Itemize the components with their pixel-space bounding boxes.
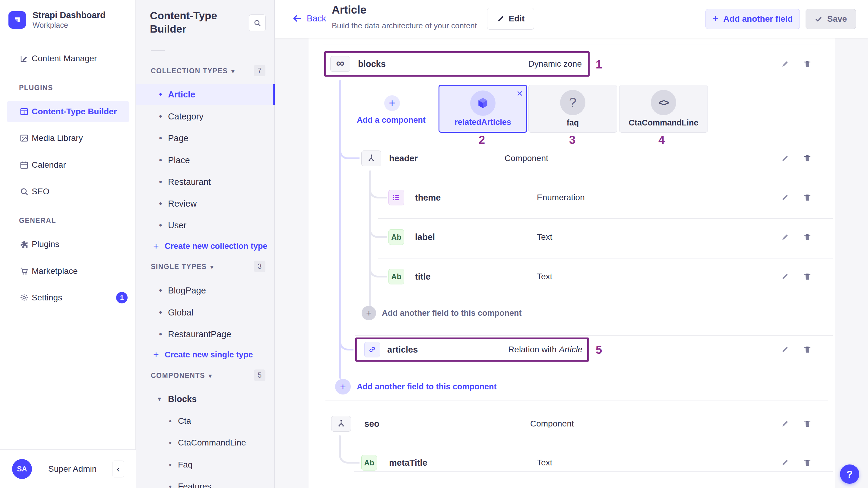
- subnav-item-article[interactable]: • Article: [136, 84, 275, 105]
- delete-field-button[interactable]: [802, 458, 812, 468]
- create-single-type-link[interactable]: + Create new single type: [136, 346, 275, 363]
- component-chip-ctacommandline[interactable]: <> CtaCommandLine: [619, 85, 708, 133]
- delete-field-button[interactable]: [802, 344, 812, 355]
- delete-field-button[interactable]: [802, 59, 812, 69]
- close-icon[interactable]: ×: [517, 88, 523, 99]
- field-row-title[interactable]: Ab title Text: [309, 266, 835, 287]
- field-name: blocks: [358, 59, 386, 69]
- edit-field-button[interactable]: [780, 419, 790, 429]
- edit-field-button[interactable]: [780, 271, 790, 282]
- field-name: label: [415, 232, 435, 242]
- subnav-item-faq[interactable]: • Faq: [136, 455, 275, 475]
- field-type: Component: [530, 419, 574, 429]
- divider: [378, 218, 833, 219]
- field-name: theme: [415, 193, 441, 203]
- create-collection-type-link[interactable]: + Create new collection type: [136, 238, 275, 254]
- subnav-item-restaurantpage[interactable]: • RestaurantPage: [136, 324, 275, 344]
- back-label: Back: [307, 13, 326, 24]
- row-actions: [780, 271, 812, 282]
- divider: [354, 471, 833, 472]
- subnav-item-blogpage[interactable]: • BlogPage: [136, 280, 275, 301]
- edit-field-button[interactable]: [780, 192, 790, 203]
- sidebar-item-label: Content Manager: [32, 54, 97, 63]
- single-types-header[interactable]: SINGLE TYPES ▾: [151, 263, 214, 271]
- edit-field-button[interactable]: [780, 344, 790, 355]
- subnav-item-user[interactable]: • User: [136, 215, 275, 236]
- annotation-1: 1: [596, 58, 602, 71]
- sidebar-item-calendar[interactable]: Calendar: [0, 155, 136, 175]
- sidebar-item-seo[interactable]: SEO: [0, 181, 136, 202]
- delete-field-button[interactable]: [802, 232, 812, 242]
- plus-icon: +: [153, 349, 159, 360]
- create-link-label: Create new single type: [165, 350, 253, 360]
- field-type: Component: [504, 154, 548, 163]
- subnav-item-category[interactable]: • Category: [136, 106, 275, 127]
- components-header[interactable]: COMPONENTS ▾: [151, 372, 212, 380]
- sidebar-item-marketplace[interactable]: Marketplace: [0, 261, 136, 281]
- edit-field-button[interactable]: [780, 458, 790, 468]
- sidebar-item-plugins[interactable]: Plugins: [0, 234, 136, 254]
- subnav-item-ctacommandline[interactable]: • CtaCommandLine: [136, 432, 275, 453]
- search-icon: [19, 186, 29, 196]
- edit-button[interactable]: Edit: [487, 8, 534, 30]
- annotation-4: 4: [658, 133, 665, 147]
- help-button[interactable]: ?: [840, 464, 859, 484]
- delete-field-button[interactable]: [802, 419, 812, 429]
- group-label-text: COMPONENTS: [151, 372, 205, 380]
- fields-card: ∞ blocks Dynamic zone 1 + Add a componen…: [309, 38, 835, 488]
- sidebar-item-label: Content-Type Builder: [32, 107, 117, 116]
- settings-badge: 1: [116, 292, 128, 303]
- row-actions: [780, 458, 812, 468]
- field-row-seo[interactable]: seo Component: [309, 413, 835, 435]
- delete-field-button[interactable]: [802, 153, 812, 163]
- edit-field-button[interactable]: [780, 232, 790, 242]
- avatar[interactable]: SA: [12, 459, 32, 479]
- subnav-item-features[interactable]: • Features: [136, 476, 275, 488]
- edit-field-button[interactable]: [780, 153, 790, 163]
- component-chip-label: relatedArticles: [439, 118, 526, 127]
- plus-icon: +: [384, 95, 400, 111]
- edit-field-button[interactable]: [780, 59, 790, 69]
- field-name: metaTitle: [389, 458, 427, 468]
- field-name: seo: [364, 419, 379, 429]
- chevron-down-icon: ▾: [231, 67, 235, 75]
- subnav-item-page[interactable]: • Page: [136, 128, 275, 148]
- collection-types-header[interactable]: COLLECTION TYPES ▾: [151, 67, 235, 75]
- add-component-label: Add a component: [357, 116, 426, 125]
- component-chip-faq[interactable]: ? faq: [528, 85, 617, 133]
- sidebar-item-content-type-builder[interactable]: Content-Type Builder: [0, 101, 136, 122]
- subnav-item-review[interactable]: • Review: [136, 193, 275, 214]
- delete-field-button[interactable]: [802, 271, 812, 282]
- add-field-label: Add another field to this component: [382, 309, 522, 318]
- app-title: Strapi Dashboard: [33, 10, 105, 20]
- add-another-field-button[interactable]: + Add another field: [706, 9, 800, 29]
- subnav-item-place[interactable]: • Place: [136, 150, 275, 171]
- field-row-metatitle[interactable]: Ab metaTitle Text: [309, 452, 835, 474]
- back-button[interactable]: Back: [292, 13, 326, 24]
- subnav-item-label: Global: [168, 308, 193, 317]
- sidebar-section-general: GENERAL: [19, 217, 56, 225]
- component-chip-relatedarticles[interactable]: × relatedArticles: [438, 85, 527, 133]
- subnav-item-restaurant[interactable]: • Restaurant: [136, 172, 275, 192]
- sidebar-item-media-library[interactable]: Media Library: [0, 128, 136, 148]
- tree-elbow: [339, 336, 353, 350]
- delete-field-button[interactable]: [802, 192, 812, 203]
- search-button[interactable]: [249, 14, 266, 31]
- code-icon: <>: [651, 90, 676, 115]
- save-button[interactable]: Save: [806, 9, 856, 29]
- component-category-blocks[interactable]: ▾ Blocks: [136, 389, 275, 409]
- field-row-theme[interactable]: theme Enumeration: [309, 187, 835, 208]
- chevron-down-icon: ▾: [158, 395, 161, 403]
- collapse-sidebar-button[interactable]: ‹: [112, 461, 124, 478]
- sidebar-item-settings[interactable]: Settings 1: [0, 287, 136, 308]
- components-count: 5: [254, 369, 266, 381]
- field-row-articles-highlight[interactable]: articles Relation with Article: [355, 337, 589, 362]
- brand[interactable]: Strapi Dashboard Workplace: [8, 10, 105, 30]
- subnav-item-global[interactable]: • Global: [136, 302, 275, 323]
- subnav-item-cta[interactable]: • Cta: [136, 411, 275, 431]
- pencil-icon: [497, 15, 504, 23]
- sidebar-item-content-manager[interactable]: Content Manager: [0, 48, 136, 69]
- field-row-label[interactable]: Ab label Text: [309, 226, 835, 248]
- field-row-header[interactable]: header Component: [309, 148, 835, 169]
- field-row-blocks-highlight[interactable]: ∞ blocks Dynamic zone: [324, 51, 590, 77]
